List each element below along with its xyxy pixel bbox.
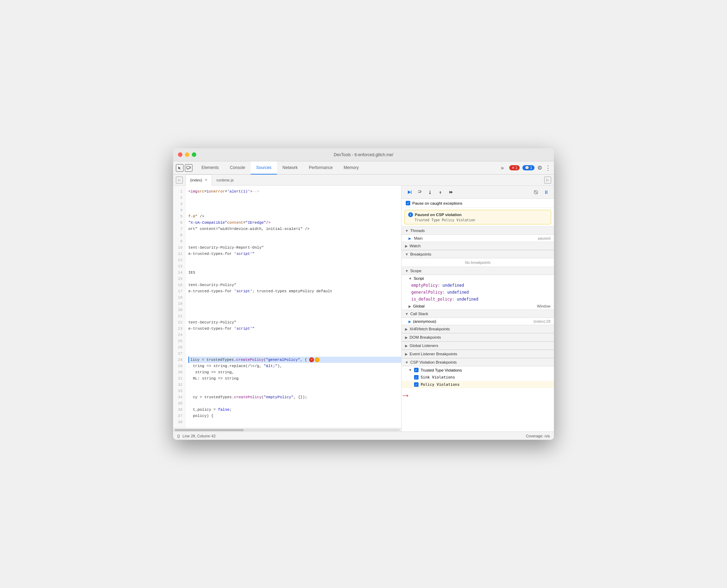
- horizontal-scrollbar[interactable]: [173, 428, 401, 431]
- pause-exceptions-toggle[interactable]: ⏸: [542, 188, 550, 196]
- code-panel: 12345 678910 1112131415 1617181920 21222…: [173, 186, 402, 431]
- scope-script-label: Script: [414, 276, 424, 280]
- code-line-1: <img src=1 onerror='alert(1)'> -->: [188, 188, 401, 195]
- dom-label: DOM Breakpoints: [410, 335, 441, 339]
- code-line-6: "X-UA-Compatible" content="IE=edge" />: [188, 220, 401, 226]
- code-line-5: f-8" />: [188, 213, 401, 220]
- svg-rect-0: [187, 166, 190, 169]
- breakpoints-header[interactable]: ▼ Breakpoints: [402, 250, 554, 258]
- resume-button[interactable]: [405, 188, 413, 196]
- code-line-34: cy = trustedTypes.createPolicy("emptyPol…: [188, 394, 401, 400]
- deactivate-breakpoints-button[interactable]: [532, 188, 540, 196]
- filetab-runtime[interactable]: runtime.js: [212, 175, 238, 186]
- maximize-button[interactable]: [192, 152, 196, 157]
- more-options-button[interactable]: ⋮: [545, 164, 551, 172]
- scope-val-3: undefined: [457, 297, 478, 302]
- titlebar: DevTools - tt-enforced.glitch.me/: [173, 148, 554, 161]
- policy-violations-checkbox[interactable]: ✓: [414, 382, 419, 387]
- scope-default-policy: is_default_policy: undefined: [402, 296, 554, 303]
- code-line-16: tent-Security-Policy": [188, 282, 401, 288]
- more-tabs-button[interactable]: »: [498, 164, 506, 172]
- code-line-30: string => string,: [188, 369, 401, 375]
- tab-elements[interactable]: Elements: [196, 161, 224, 175]
- filetab-index[interactable]: (index) ✕: [186, 175, 212, 186]
- trusted-type-checkbox[interactable]: ✓: [414, 368, 419, 372]
- threads-header[interactable]: ▼ Threads: [402, 226, 554, 235]
- sink-violations-checkbox[interactable]: ✓: [414, 375, 419, 380]
- code-editor[interactable]: 12345 678910 1112131415 1617181920 21222…: [173, 186, 401, 428]
- thread-status: paused: [538, 236, 550, 240]
- callstack-content: ▶ (anonymous) (index):28: [402, 318, 554, 325]
- scrollbar-thumb[interactable]: [174, 429, 244, 431]
- xhr-breakpoints-header[interactable]: ▶ XHR/fetch Breakpoints: [402, 325, 554, 333]
- error-badge: ✕ 1: [509, 165, 520, 170]
- code-line-4: [188, 207, 401, 213]
- step-button[interactable]: [447, 188, 455, 196]
- code-line-12: [188, 257, 401, 263]
- close-button[interactable]: [178, 152, 182, 157]
- tab-performance[interactable]: Performance: [303, 161, 338, 175]
- step-into-button[interactable]: [426, 188, 434, 196]
- play-snippets-icon[interactable]: ▷: [544, 177, 551, 184]
- pause-exceptions-checkbox[interactable]: ✓: [406, 201, 410, 205]
- code-line-23: e-trusted-types-for 'script'": [188, 326, 401, 332]
- callstack-item-anon[interactable]: ▶ (anonymous) (index):28: [402, 318, 554, 325]
- callstack-collapse-icon: ▼: [405, 312, 409, 316]
- tab-console[interactable]: Console: [224, 161, 251, 175]
- format-icon[interactable]: ▷: [176, 177, 183, 184]
- code-line-31: RL: string => string: [188, 375, 401, 382]
- code-line-15: [188, 276, 401, 282]
- pause-exceptions-label: Pause on caught exceptions: [412, 201, 463, 205]
- global-listeners-header[interactable]: ▶ Global Listeners: [402, 341, 554, 350]
- minimize-button[interactable]: [185, 152, 189, 157]
- code-line-32: [188, 382, 401, 388]
- watch-header[interactable]: ▶ Watch: [402, 242, 554, 250]
- step-out-button[interactable]: [436, 188, 445, 196]
- dom-breakpoints-header[interactable]: ▶ DOM Breakpoints: [402, 333, 554, 341]
- tab-memory[interactable]: Memory: [338, 161, 364, 175]
- line-numbers: 12345 678910 1112131415 1617181920 21222…: [173, 186, 186, 428]
- tabbar-icons: [176, 164, 192, 172]
- settings-button[interactable]: ⚙: [537, 164, 542, 171]
- callstack-header[interactable]: ▼ Call Stack: [402, 310, 554, 318]
- sink-violations-item: ✓ Sink Violations: [402, 374, 554, 381]
- code-line-28: licy = trustedTypes.createPolicy("genera…: [188, 357, 401, 363]
- event-breakpoints-header[interactable]: ▶ Event Listener Breakpoints: [402, 350, 554, 358]
- svg-marker-10: [439, 191, 441, 193]
- scope-script-header[interactable]: ▼ Script: [402, 275, 554, 282]
- code-line-33: [188, 388, 401, 394]
- callstack-location: (index):28: [533, 319, 550, 323]
- main-tabbar: Elements Console Sources Network Perform…: [173, 161, 554, 175]
- thread-main[interactable]: ▶ Main paused: [402, 235, 554, 242]
- close-tab-icon[interactable]: ✕: [205, 178, 207, 182]
- svg-marker-4: [408, 190, 411, 194]
- tabbar-right: » ✕ 1 💬 1 ⚙ ⋮: [498, 164, 551, 172]
- code-line-37: policy) {: [188, 413, 401, 419]
- code-line-29: tring => string.replace(/\</g, "&lt;"),: [188, 363, 401, 369]
- device-icon[interactable]: [185, 164, 192, 172]
- pause-exceptions-section: ✓ Pause on caught exceptions: [402, 199, 554, 208]
- tab-network[interactable]: Network: [277, 161, 303, 175]
- scrollbar-track: [174, 429, 400, 431]
- devtools-window: DevTools - tt-enforced.glitch.me/ Elemen…: [173, 148, 554, 440]
- code-line-22: tent-Security-Policy": [188, 319, 401, 326]
- statusbar-format-icon[interactable]: {}: [177, 434, 180, 438]
- scope-empty-policy: emptyPolicy: undefined: [402, 282, 554, 289]
- tab-sources[interactable]: Sources: [251, 161, 277, 175]
- callstack-label: Call Stack: [410, 312, 428, 316]
- watch-label: Watch: [410, 244, 421, 248]
- thread-arrow-icon: ▶: [409, 237, 411, 240]
- step-over-button[interactable]: [415, 188, 424, 196]
- breakpoints-label: Breakpoints: [410, 252, 431, 256]
- scope-key-1: emptyPolicy: [411, 283, 438, 288]
- csp-violation-breakpoints-header[interactable]: ▼ CSP Violation Breakpoints: [402, 358, 554, 366]
- code-line-8: [188, 232, 401, 238]
- code-line-2: [188, 195, 401, 201]
- statusbar-position: Line 28, Column 42: [182, 434, 215, 438]
- scope-header[interactable]: ▼ Scope: [402, 267, 554, 275]
- scope-global[interactable]: ▶ Global Window: [402, 303, 554, 310]
- csp-collapse-icon: ▼: [405, 360, 409, 364]
- csp-banner-title: i Paused on CSP violation: [408, 212, 547, 217]
- cursor-icon[interactable]: [176, 164, 183, 172]
- right-panel: ⏸ ✓ Pause on caught exceptions i Paused …: [402, 186, 554, 431]
